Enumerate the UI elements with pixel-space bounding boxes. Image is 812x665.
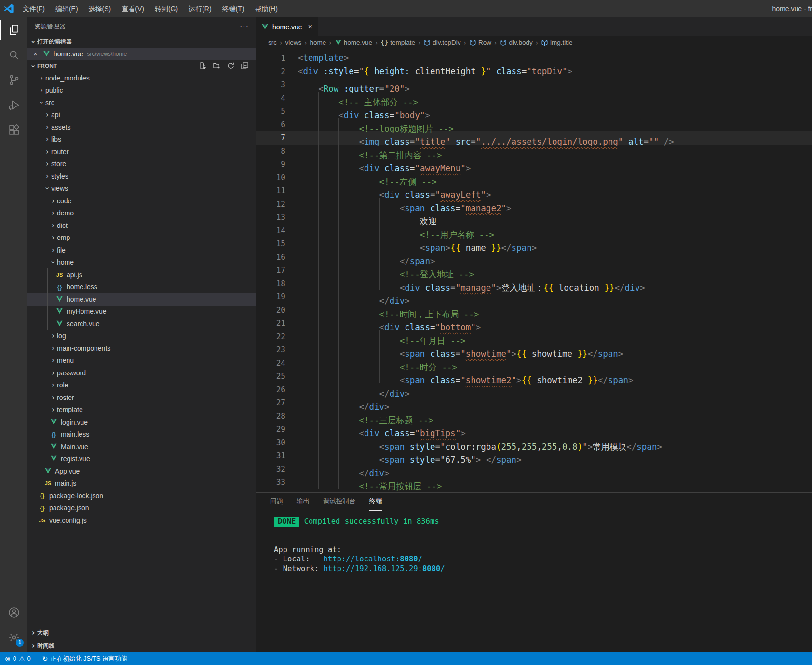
- menu-item-4[interactable]: 转到(G): [149, 5, 183, 13]
- tree-item-node-modules[interactable]: ›node_modules: [27, 72, 256, 84]
- timeline-section[interactable]: › 时间线: [27, 639, 256, 652]
- menu-item-1[interactable]: 编辑(E): [50, 5, 83, 13]
- panel-tab--[interactable]: 终端: [369, 493, 382, 511]
- code-line-11[interactable]: 11<div class="awayLeft">: [256, 184, 812, 198]
- breadcrumb-item-div-topdiv[interactable]: div.topDiv: [423, 39, 460, 46]
- tree-item-package-json[interactable]: {}package.json: [27, 502, 256, 515]
- code-line-31[interactable]: 31<span style="67.5%"> </span>: [256, 449, 812, 463]
- code-line-22[interactable]: 22<!--年月日 -->: [256, 330, 812, 344]
- code-line-33[interactable]: 33<!--常用按钮层 -->: [256, 476, 812, 489]
- tree-item-app-vue[interactable]: App.vue: [27, 465, 256, 478]
- tree-item-role[interactable]: ›role: [27, 379, 256, 392]
- tree-item-code[interactable]: ›code: [27, 195, 256, 207]
- breadcrumb-item-row[interactable]: Row: [469, 39, 491, 46]
- tree-item-password[interactable]: ›password: [27, 367, 256, 379]
- code-line-17[interactable]: 17<!--登入地址 -->: [256, 264, 812, 277]
- tree-item-home[interactable]: ›home: [27, 256, 256, 269]
- local-url-link[interactable]: http://localhost:8080/: [324, 555, 422, 563]
- tree-item-main-vue[interactable]: Main.vue: [27, 440, 256, 453]
- code-line-28[interactable]: 28<!--三层标题 -->: [256, 410, 812, 423]
- folder-section-front[interactable]: › FRONT: [27, 60, 256, 72]
- new-folder-icon[interactable]: [213, 62, 221, 70]
- tree-item-src[interactable]: ›src: [27, 96, 256, 109]
- tree-item-dict[interactable]: ›dict: [27, 219, 256, 232]
- language-status[interactable]: ↻ 正在初始化 JS/TS 语言功能: [42, 654, 127, 663]
- menu-item-7[interactable]: 帮助(H): [249, 5, 283, 13]
- code-line-21[interactable]: 21<div class="bottom">: [256, 317, 812, 330]
- tree-item-assets[interactable]: ›assets: [27, 121, 256, 133]
- panel-tab--[interactable]: 输出: [297, 493, 310, 510]
- tree-item-router[interactable]: ›router: [27, 146, 256, 158]
- tree-item-home-less[interactable]: {}home.less: [27, 281, 256, 293]
- tree-item-views[interactable]: ›views: [27, 183, 256, 195]
- problems-indicator[interactable]: ⊗ 0 ⚠ 0: [5, 655, 31, 663]
- new-file-icon[interactable]: [199, 62, 207, 70]
- activity-search-icon[interactable]: [0, 42, 27, 67]
- collapse-all-icon[interactable]: [241, 62, 249, 70]
- tree-item-emp[interactable]: ›emp: [27, 232, 256, 244]
- code-line-12[interactable]: 12<span class="manage2">: [256, 198, 812, 211]
- code-line-32[interactable]: 32</div>: [256, 463, 812, 476]
- breadcrumb-item-home-vue[interactable]: home.vue: [335, 39, 372, 46]
- tree-item-demo[interactable]: ›demo: [27, 207, 256, 220]
- tree-item-home-vue[interactable]: home.vue: [27, 293, 256, 306]
- tree-item-api[interactable]: ›api: [27, 109, 256, 121]
- open-editors-section[interactable]: › 打开的编辑器: [27, 36, 256, 48]
- code-line-30[interactable]: 30<span style="color:rgba(255,255,255,0.…: [256, 436, 812, 450]
- tree-item-template[interactable]: ›template: [27, 404, 256, 416]
- code-line-4[interactable]: 4<!-- 主体部分 -->: [256, 92, 812, 105]
- menu-item-5[interactable]: 运行(R): [183, 5, 217, 13]
- code-line-14[interactable]: 14<!--用户名称 -->: [256, 224, 812, 238]
- tree-item-vue-config-js[interactable]: JSvue.config.js: [27, 514, 256, 527]
- open-editor-item-home-vue[interactable]: ×home.vuesrc\views\home: [27, 48, 256, 60]
- code-line-19[interactable]: 19</div>: [256, 290, 812, 304]
- tree-item-log[interactable]: ›log: [27, 330, 256, 343]
- activity-extensions-icon[interactable]: [0, 118, 27, 143]
- activity-account-icon[interactable]: [0, 600, 27, 625]
- menu-item-6[interactable]: 终端(T): [217, 5, 250, 13]
- code-line-9[interactable]: 9<div class="awayMenu">: [256, 158, 812, 171]
- tree-item-main-less[interactable]: {}main.less: [27, 428, 256, 441]
- tree-item-public[interactable]: ›public: [27, 84, 256, 97]
- breadcrumb-item-img-title[interactable]: img.title: [541, 39, 573, 46]
- code-line-3[interactable]: 3<Row :gutter="20">: [256, 78, 812, 92]
- breadcrumb-item-views[interactable]: views: [285, 39, 301, 46]
- activity-settings-icon[interactable]: 1: [0, 625, 27, 650]
- breadcrumb-item-home[interactable]: home: [310, 39, 326, 46]
- breadcrumb-item-src[interactable]: src: [268, 39, 277, 46]
- activity-source-control-icon[interactable]: [0, 67, 27, 93]
- tree-item-package-lock-json[interactable]: {}package-lock.json: [27, 490, 256, 502]
- tree-item-file[interactable]: ›file: [27, 244, 256, 256]
- close-icon[interactable]: ×: [33, 50, 42, 58]
- outline-section[interactable]: › 大纲: [27, 626, 256, 639]
- network-url-link[interactable]: http://192.168.125.29:8080/: [324, 564, 445, 573]
- tree-item-libs[interactable]: ›libs: [27, 133, 256, 146]
- tree-item-menu[interactable]: ›menu: [27, 355, 256, 367]
- code-line-27[interactable]: 27</div>: [256, 396, 812, 410]
- tree-item-store[interactable]: ›store: [27, 158, 256, 171]
- code-line-29[interactable]: 29<div class="bigTips">: [256, 423, 812, 436]
- code-line-6[interactable]: 6<!--logo标题图片 -->: [256, 118, 812, 132]
- code-line-2[interactable]: 2<div :style="{ height: clientHeight }" …: [256, 65, 812, 79]
- activity-run-debug-icon[interactable]: [0, 93, 27, 118]
- code-line-18[interactable]: 18<div class="manage">登入地址：{{ location }…: [256, 277, 812, 291]
- code-line-13[interactable]: 13欢迎: [256, 211, 812, 224]
- code-line-10[interactable]: 10<!--左侧 -->: [256, 171, 812, 185]
- tree-item-search-vue[interactable]: search.vue: [27, 318, 256, 330]
- more-actions-icon[interactable]: ···: [240, 22, 249, 31]
- tree-item-main-components[interactable]: ›main-components: [27, 342, 256, 355]
- tree-item-roster[interactable]: ›roster: [27, 391, 256, 404]
- tree-item-regist-vue[interactable]: regist.vue: [27, 453, 256, 466]
- code-line-15[interactable]: 15<span>{{ name }}</span>: [256, 237, 812, 251]
- menu-item-0[interactable]: 文件(F): [17, 5, 50, 13]
- refresh-icon[interactable]: [227, 62, 235, 70]
- panel-tab--[interactable]: 调试控制台: [323, 493, 356, 510]
- close-tab-icon[interactable]: ×: [308, 23, 312, 31]
- code-line-23[interactable]: 23<span class="showtime">{{ showtime }}<…: [256, 343, 812, 357]
- tree-item-myhome-vue[interactable]: myHome.vue: [27, 306, 256, 318]
- tree-item-api-js[interactable]: JSapi.js: [27, 268, 256, 281]
- breadcrumb-item-template[interactable]: {}template: [380, 39, 415, 46]
- activity-explorer-icon[interactable]: [0, 17, 27, 42]
- tree-item-styles[interactable]: ›styles: [27, 170, 256, 183]
- code-line-1[interactable]: 1<template>: [256, 52, 812, 65]
